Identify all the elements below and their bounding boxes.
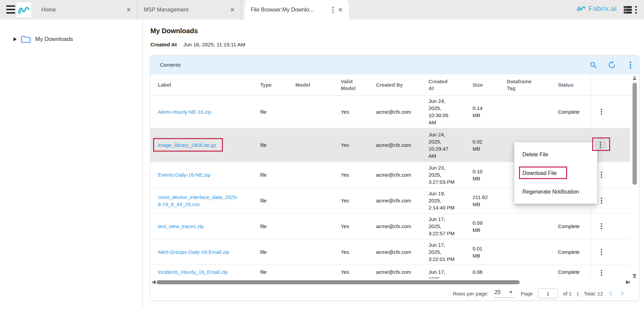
created-at-cell: Jun 24, 2025, 10:30:05 AM [429,97,473,126]
type-cell: file [260,108,295,115]
page-title: My Downloads [150,27,198,35]
refresh-icon[interactable] [606,59,618,71]
panel-kebab-icon[interactable] [625,59,636,71]
table-row: Alerts-Hourly-NE-16.zip file Yes acme@cf… [150,95,630,128]
file-link[interactable]: image_library_2406.tar.gz [158,142,216,148]
menu-item-download-file[interactable]: Download File [514,164,597,182]
label-cell: Events-Daily-16-NE.zip [150,171,260,178]
column-header-created-at: Created At [429,78,473,92]
valid-model-cell: Yes [341,248,376,256]
next-page-button[interactable] [619,290,625,296]
model-cell [295,265,341,268]
tab-kebab-icon[interactable] [332,6,334,13]
table-header: Label Type Model Valid Model Created By … [150,74,639,95]
label-cell: Alerts-Hourly-NE-16.zip [150,108,260,115]
file-link[interactable]: Alert-Groups-Daily-16-Email.zip [158,249,229,255]
vertical-scrollbar-thumb[interactable] [632,83,637,185]
created-by-cell: acme@cfx.com [376,248,429,256]
pagination-separator: | [577,291,578,296]
contents-title: Contents [160,62,181,68]
size-cell: 0.02 MB [473,138,507,152]
type-cell: file [260,223,295,230]
type-cell: file [260,197,295,204]
rows-per-page-label: Rows per page: [453,291,488,296]
hamburger-menu-icon[interactable] [6,5,16,14]
column-header-status: Status [558,82,590,88]
scroll-down-arrow-icon[interactable] [632,274,637,278]
topbar: Home ✕ MSP Management ✕ File Browser:My … [0,0,644,20]
size-cell: 0.08 [473,265,507,275]
status-cell: Complete [558,248,590,256]
close-icon[interactable]: ✕ [338,7,343,13]
brand-wave-icon [577,5,586,12]
page-label: Page [521,291,533,296]
created-by-cell: acme@cfx.com [376,223,429,230]
row-actions-kebab-icon[interactable] [595,220,608,233]
caret-down-icon [509,291,513,293]
horizontal-scrollbar[interactable] [150,279,630,286]
tab-file-browser[interactable]: File Browser:My Downlo... ✕ [245,0,349,20]
file-link[interactable]: cisco_device_interface_data_2025- 6-19_8… [158,194,238,207]
column-header-label: Label [150,82,260,88]
vertical-scrollbar[interactable] [631,76,639,279]
created-by-cell: acme@cfx.com [376,108,429,115]
actions-cell [590,239,630,265]
search-icon[interactable] [587,59,599,71]
row-actions-kebab-icon[interactable] [595,266,608,279]
tab-label: File Browser:My Downlo... [251,7,329,13]
scroll-left-arrow-icon[interactable] [152,280,155,284]
tree-expand-icon[interactable] [14,37,17,41]
table-row: Alert-Groups-Daily-16-Email.zip file Yes… [150,239,630,265]
created-by-cell: acme@cfx.com [376,197,429,204]
size-cell: 0.01 MB [473,245,507,259]
row-actions-kebab-icon[interactable] [595,105,608,118]
sidebar-item-my-downloads[interactable]: My Downloads [14,35,73,43]
label-cell: image_library_2406.tar.gz [150,141,260,149]
file-link[interactable]: test_view_traces.zip [158,223,204,229]
close-icon[interactable]: ✕ [126,7,131,13]
folder-icon [21,35,31,43]
row-actions-kebab-icon[interactable] [595,246,608,259]
created-at-cell: Jun 23, 2025, 3:27:03 PM [429,164,473,185]
column-header-model: Model [295,82,341,88]
row-actions-kebab-icon[interactable] [594,138,607,151]
tab-home[interactable]: Home ✕ [35,0,138,20]
horizontal-scrollbar-thumb[interactable] [157,280,520,284]
created-at-label: Created At [150,42,177,47]
valid-model-cell: Yes [341,265,376,275]
file-link[interactable]: Incidents_Hourly_16_Email.zip [158,269,228,275]
file-browser-app: Home ✕ MSP Management ✕ File Browser:My … [0,0,644,309]
valid-model-cell: Yes [341,141,376,149]
created-at-value: Jun 16, 2025, 11:15:11 AM [183,42,245,47]
rows-per-page-select[interactable]: 20 [494,289,516,298]
scroll-right-arrow-icon[interactable] [626,280,629,284]
menu-item-regenerate-notification[interactable]: Regenerate Notification [514,182,597,201]
created-by-cell: acme@cfx.com [376,141,429,149]
page-of-text: of 1 [563,291,572,296]
valid-model-cell: Yes [341,171,376,178]
column-header-type: Type [260,82,295,88]
size-cell: 0.14 MB [473,105,507,119]
page-input[interactable] [538,288,558,299]
total-count: Total: 12 [584,291,603,296]
tab-msp-management[interactable]: MSP Management ✕ [138,0,241,20]
file-link[interactable]: Events-Daily-16-NE.zip [158,172,210,178]
created-by-cell: acme@cfx.com [376,265,429,275]
created-at-cell: Jun 17, 2025, 3:22:57 PM [429,216,473,237]
label-cell: Alert-Groups-Daily-16-Email.zip [150,248,260,256]
size-cell: 0.09 MB [473,219,507,234]
app-logo[interactable] [16,2,31,17]
created-at-line: Created At Jun 16, 2025, 11:15:11 AM [150,42,245,48]
server-stack-icon[interactable] [623,6,632,15]
type-cell: file [260,141,295,149]
file-link[interactable]: Alerts-Hourly-NE-16.zip [158,109,211,115]
topbar-kebab-icon[interactable] [635,5,637,15]
scroll-up-arrow-icon[interactable] [632,76,637,80]
menu-item-delete-file[interactable]: Delete File [514,145,597,164]
prev-page-button[interactable] [608,290,614,296]
tab-label: Home [41,7,122,13]
pagination-bar: Rows per page: 20 Page of 1 | Total: 12 [150,286,639,301]
label-cell: Incidents_Hourly_16_Email.zip [150,265,260,275]
column-header-size: Size [473,82,507,88]
close-icon[interactable]: ✕ [230,7,235,13]
